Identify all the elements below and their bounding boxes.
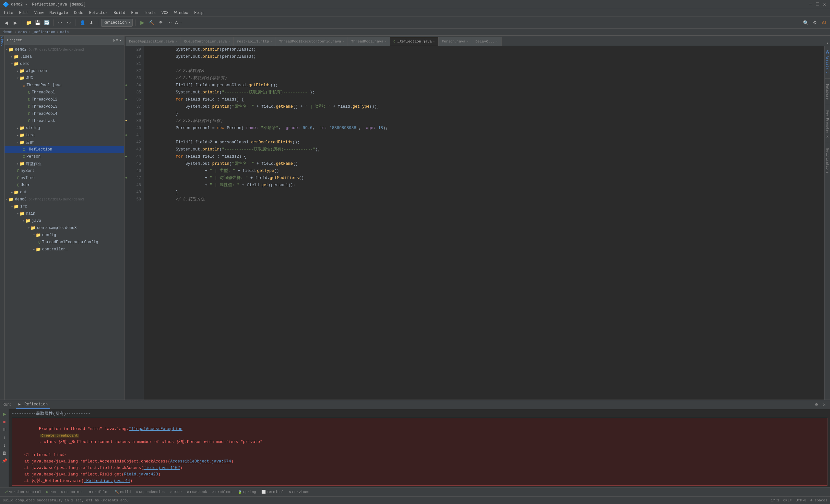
illegal-access-link[interactable]: IllegalAccessException bbox=[129, 427, 183, 431]
tree-item-ThreadTask[interactable]: C ThreadTask bbox=[4, 117, 124, 125]
stop-btn[interactable]: ■ bbox=[1, 418, 8, 425]
tree-item-Person[interactable]: C Person bbox=[4, 153, 124, 160]
more-btn[interactable]: ⋯ bbox=[166, 19, 173, 26]
tree-item-test[interactable]: ▸ 📁 test bbox=[4, 132, 124, 139]
field-get-link[interactable]: Field.java:423 bbox=[124, 472, 158, 477]
close-btn[interactable]: ✕ bbox=[822, 1, 827, 8]
tree-item-controller[interactable]: ▸ 📁 controller_ bbox=[4, 246, 124, 253]
tab-Person[interactable]: Person.java ✕ bbox=[439, 37, 472, 46]
console-area[interactable]: ----------获取属性(所有)---------- Exception i… bbox=[9, 409, 830, 487]
tab-ThreadPoolExecutorConfig[interactable]: ThreadPoolExecutorConfig.java ✕ bbox=[276, 37, 348, 46]
terminal-btn[interactable]: ⬜ Terminal bbox=[260, 489, 285, 495]
menu-edit[interactable]: Edit bbox=[17, 10, 31, 16]
menu-vcs[interactable]: VCS bbox=[159, 10, 171, 16]
scrollup-btn[interactable]: ↑ bbox=[1, 434, 8, 440]
minimize-btn[interactable]: ─ bbox=[808, 1, 813, 8]
accessible-object-link[interactable]: AccessibleObject.java:674 bbox=[170, 459, 231, 464]
tab-close-QueueController[interactable]: ✕ bbox=[228, 39, 230, 43]
translate-btn[interactable]: A→ bbox=[175, 19, 182, 26]
services-btn[interactable]: ⚙ Services bbox=[288, 489, 311, 495]
tree-item-idea[interactable]: ▸ 📁 .idea bbox=[4, 53, 124, 60]
panel-close-btn[interactable]: ✕ bbox=[821, 402, 827, 408]
tree-item-ktzy[interactable]: ▸ 📁 课堂作业 bbox=[4, 160, 124, 167]
menu-build[interactable]: Build bbox=[111, 10, 128, 16]
project-icon-btn[interactable]: Project bbox=[0, 37, 4, 41]
sync-btn[interactable]: 🔄 bbox=[43, 19, 50, 26]
tab-overflow-btn[interactable]: ▾ bbox=[826, 41, 829, 46]
tree-item-demo[interactable]: ▾ 📁 demo bbox=[4, 60, 124, 67]
spring-btn[interactable]: 🍃 Spring bbox=[236, 489, 257, 495]
menu-file[interactable]: File bbox=[1, 10, 16, 16]
build-toolbar-btn[interactable]: 🔨 Build bbox=[113, 489, 132, 495]
settings-btn[interactable]: ⚙ bbox=[811, 19, 818, 26]
coverage-btn[interactable]: ☂ bbox=[157, 19, 164, 26]
tab-run-reflection[interactable]: ▶ _Reflection bbox=[16, 401, 50, 409]
sidebar-collapse[interactable]: ≡ bbox=[116, 38, 118, 42]
clear-btn[interactable]: 🗑 bbox=[1, 449, 8, 456]
profiler-btn[interactable]: ⧗ Profiler bbox=[88, 490, 111, 495]
encoding[interactable]: UTF-8 bbox=[796, 499, 806, 502]
menu-navigate[interactable]: Navigate bbox=[47, 10, 71, 16]
menu-tools[interactable]: Tools bbox=[141, 10, 158, 16]
luacheck-btn[interactable]: ◉ LuaCheck bbox=[186, 489, 208, 495]
todo-btn[interactable]: ☑ TODO bbox=[168, 489, 183, 495]
ai-btn[interactable]: AI bbox=[820, 19, 827, 26]
tree-item-java3[interactable]: ▾ 📁 java bbox=[4, 217, 124, 224]
pin-btn[interactable]: 📌 bbox=[1, 457, 8, 464]
indent[interactable]: 4 spaces bbox=[810, 499, 827, 502]
tab-Demo3Application[interactable]: Demo3Application.java ✕ bbox=[126, 37, 181, 46]
menu-help[interactable]: Help bbox=[192, 10, 206, 16]
create-breakpoint-hint[interactable]: Create breakpoint bbox=[40, 434, 79, 438]
line-ending[interactable]: CRLF bbox=[783, 499, 792, 502]
resume-btn[interactable]: ⏸ bbox=[1, 426, 8, 433]
breadcrumb-demo[interactable]: demo bbox=[18, 30, 27, 34]
tab-ThreadPool[interactable]: ThreadPool.java ✕ bbox=[348, 37, 390, 46]
scrolldown-btn[interactable]: ↓ bbox=[1, 442, 8, 448]
panel-settings-btn[interactable]: ⚙ bbox=[813, 402, 820, 408]
back-btn[interactable]: ◀ bbox=[3, 19, 10, 26]
tab-close-_Reflection[interactable]: ✕ bbox=[433, 39, 435, 43]
tab-close-Demo3Application[interactable]: ✕ bbox=[175, 39, 177, 43]
tab-rest-api[interactable]: rest-api_3.http ✕ bbox=[234, 37, 276, 46]
tab-QueueController[interactable]: QueueController.java ✕ bbox=[181, 37, 234, 46]
cursor-position[interactable]: 17:1 bbox=[771, 499, 779, 502]
reflection-main-link[interactable]: _Reflection.java:44 bbox=[84, 479, 130, 483]
tree-item-threadpool-java[interactable]: ☕ ThreadPool.java bbox=[4, 82, 124, 89]
tree-item-_Reflection[interactable]: C _Reflection bbox=[4, 146, 124, 153]
tree-item-mySort[interactable]: C mySort bbox=[4, 167, 124, 175]
save-btn[interactable]: 💾 bbox=[34, 19, 41, 26]
breadcrumb-demo2[interactable]: demo2 bbox=[3, 30, 13, 34]
tree-item-fansi[interactable]: ▾ 📁 反射 bbox=[4, 139, 124, 146]
run-btn[interactable]: ▶ bbox=[139, 19, 146, 26]
tree-item-ThreadPool2[interactable]: C ThreadPool2 bbox=[4, 96, 124, 103]
tree-item-ThreadPool3[interactable]: C ThreadPool3 bbox=[4, 103, 124, 110]
sidebar-close[interactable]: ✕ bbox=[119, 38, 122, 42]
tab-close-Person[interactable]: ✕ bbox=[467, 39, 469, 43]
open-file-btn[interactable]: 📁 bbox=[25, 19, 32, 26]
dependencies-btn[interactable]: ◈ Dependencies bbox=[134, 489, 166, 495]
problems-btn[interactable]: ⚠ Problems bbox=[211, 489, 234, 495]
tab-DelayC[interactable]: DelayC... ✕ bbox=[472, 37, 501, 46]
tree-item-com-example[interactable]: ▾ 📁 com.example.demo3 bbox=[4, 224, 124, 231]
notifications-btn[interactable]: Notifications bbox=[826, 147, 829, 175]
endpoints-btn[interactable]: ⊕ Endpoints bbox=[60, 489, 85, 495]
tab-close-ThreadPool[interactable]: ✕ bbox=[385, 39, 386, 43]
breadcrumb-reflection[interactable]: _Reflection bbox=[32, 30, 56, 34]
maximize-btn[interactable]: □ bbox=[815, 1, 821, 8]
database-btn[interactable]: Database bbox=[826, 83, 829, 101]
tree-item-myTime[interactable]: C myTime bbox=[4, 175, 124, 182]
menu-refactor[interactable]: Refactor bbox=[87, 10, 110, 16]
tab-close-rest-api[interactable]: ✕ bbox=[270, 39, 272, 43]
version-control-btn[interactable]: ⎇ Version Control bbox=[3, 489, 42, 495]
tree-item-string[interactable]: ▸ 📁 string bbox=[4, 125, 124, 132]
menu-window[interactable]: Window bbox=[172, 10, 191, 16]
tree-item-demo2[interactable]: ▾ 📁 demo2 D:/Project/IDEA/demo/demo2 bbox=[4, 46, 124, 53]
breadcrumb-main[interactable]: main bbox=[60, 30, 69, 34]
tree-item-config[interactable]: ▾ 📁 config bbox=[4, 231, 124, 239]
redo-btn[interactable]: ↪ bbox=[65, 19, 73, 26]
tab-close-ThreadPoolExecutorConfig[interactable]: ✕ bbox=[342, 39, 344, 43]
sidebar-gear[interactable]: ⚙ bbox=[113, 38, 115, 42]
key-promoter-btn[interactable]: Key Promoter X bbox=[826, 109, 829, 139]
undo-btn[interactable]: ↩ bbox=[56, 19, 64, 26]
run-toolbar-btn[interactable]: ▶ Run bbox=[45, 489, 57, 495]
